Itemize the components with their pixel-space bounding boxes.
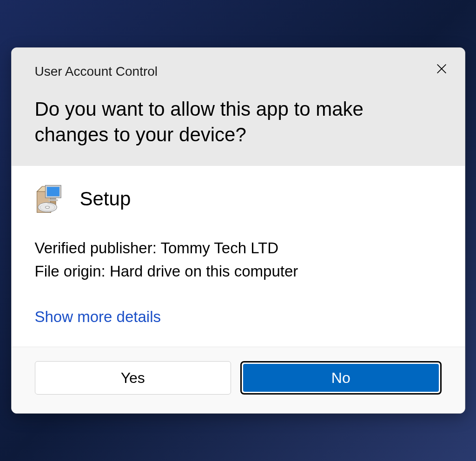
no-button[interactable]: No	[243, 364, 439, 392]
svg-rect-6	[46, 187, 59, 196]
dialog-footer: Yes No	[12, 347, 465, 413]
origin-label: File origin:	[35, 263, 106, 280]
yes-button[interactable]: Yes	[35, 361, 231, 395]
show-details-link[interactable]: Show more details	[35, 308, 161, 326]
close-button[interactable]	[432, 59, 451, 78]
app-name: Setup	[80, 188, 131, 210]
close-icon	[435, 62, 448, 75]
publisher-line: Verified publisher: Tommy Tech LTD	[35, 237, 442, 260]
svg-rect-8	[48, 199, 58, 201]
publisher-label: Verified publisher:	[35, 239, 157, 257]
dialog-body: Setup Verified publisher: Tommy Tech LTD…	[12, 166, 465, 347]
no-button-focus-ring: No	[240, 361, 442, 395]
app-row: Setup	[35, 182, 442, 216]
origin-line: File origin: Hard drive on this computer	[35, 260, 442, 283]
uac-dialog: User Account Control Do you want to allo…	[11, 47, 465, 414]
publisher-value: Tommy Tech LTD	[160, 239, 278, 257]
svg-rect-7	[50, 198, 55, 199]
installer-icon	[35, 182, 68, 216]
origin-value: Hard drive on this computer	[110, 263, 298, 280]
svg-point-11	[45, 206, 49, 209]
dialog-header: User Account Control Do you want to allo…	[12, 48, 465, 166]
dialog-question: Do you want to allow this app to make ch…	[35, 97, 442, 147]
dialog-title: User Account Control	[35, 64, 442, 79]
